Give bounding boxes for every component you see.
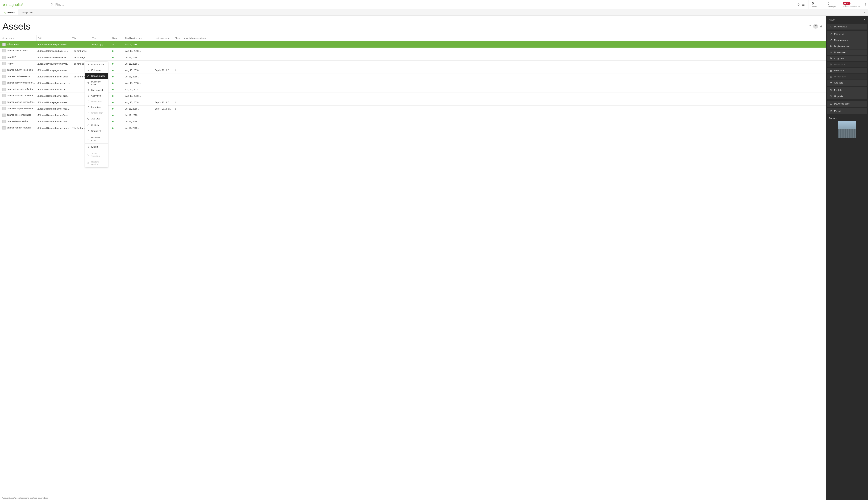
panel-lock item[interactable]: Lock item: [827, 68, 867, 73]
ctx-delete asset[interactable]: Delete asset: [85, 61, 108, 67]
ctx-add tags[interactable]: Add tags: [85, 116, 108, 122]
ctx-download asset[interactable]: Download asset: [85, 135, 108, 143]
svg-point-8: [804, 4, 804, 4]
ctx-edit asset[interactable]: Edit asset: [85, 67, 108, 73]
panel-add tags[interactable]: Add tags: [827, 80, 867, 86]
header-menu-icon[interactable]: [863, 0, 868, 9]
table-row[interactable]: banner-first-purchase-shop /Edouard/Bann…: [0, 105, 826, 112]
lock-icon: [830, 69, 832, 72]
cell-name: banner-first-purchase-shop: [7, 107, 34, 110]
tasks-indicator[interactable]: 0 Tasks: [809, 0, 824, 9]
move-icon: [830, 51, 832, 54]
cell-type: image - jpg: [91, 41, 111, 48]
tab-assets[interactable]: Assets: [0, 9, 19, 15]
ctx-unpublish[interactable]: Unpublish: [85, 128, 108, 134]
ctx-publish[interactable]: Publish: [85, 122, 108, 128]
ctx-rename node[interactable]: Rename node: [85, 73, 108, 79]
svg-point-15: [865, 3, 866, 4]
ctx-label: Unpublish: [91, 130, 101, 132]
page-title: Assets: [2, 21, 31, 32]
table-row[interactable]: banner-fashion-friends-forever /Edouard/…: [0, 99, 826, 105]
app-header: magnolia® 0 Tasks 0 Messages PROD e-Comm…: [0, 0, 868, 9]
table-row[interactable]: banner-discount-on-first-purchase /Edoua…: [0, 86, 826, 93]
table-row[interactable]: banner-autumn-keep-calm /Edouard/Homepag…: [0, 67, 826, 73]
panel-download asset[interactable]: Download asset: [827, 101, 867, 106]
table-row[interactable]: bag-0002 /Edouard/Products/women/accesso…: [0, 60, 826, 67]
col-header-title[interactable]: Title: [71, 35, 91, 41]
panel-action-label: Export: [834, 110, 841, 113]
ctx-move asset[interactable]: Move asset: [85, 87, 108, 93]
versions-icon: [87, 154, 90, 156]
panel-publish[interactable]: Publish: [827, 87, 867, 93]
col-header-last[interactable]: Last placement: [153, 35, 174, 41]
cell-mod: Jul 11, 20188:17 AM: [124, 105, 153, 112]
messages-indicator[interactable]: 0 Messages: [824, 0, 840, 9]
ctx-copy item[interactable]: Copy item: [85, 93, 108, 99]
ctx-export[interactable]: Export: [85, 144, 108, 150]
panel-expand-icon[interactable]: [864, 19, 865, 21]
cell-status: [111, 105, 124, 112]
search-input[interactable]: [55, 3, 795, 7]
ctx-restore version: Restore version: [85, 159, 108, 167]
table-row[interactable]: banner-free-consultation /Edouard/Banner…: [0, 112, 826, 118]
ctx-label: Download asset: [91, 136, 106, 141]
table-row[interactable]: banner-back-to-work /Edouard/Campaign/ba…: [0, 48, 826, 54]
view-toggles: [808, 24, 824, 29]
panel-rename node[interactable]: Rename node: [827, 37, 867, 43]
col-header-mod[interactable]: Modification date: [124, 35, 153, 41]
user-info[interactable]: PROD e-Commerce Author: [840, 0, 863, 9]
table-row[interactable]: banner-free-workshop /Edouard/Banner/ban…: [0, 118, 826, 125]
preview-thumbnail[interactable]: [838, 121, 856, 138]
close-app-icon[interactable]: [863, 11, 866, 14]
table-row[interactable]: asia-squared /Edouard-Asia/Blog/el-comes…: [0, 41, 826, 48]
voice-search-icon[interactable]: [797, 3, 800, 6]
ctx-lock item[interactable]: Lock item: [85, 104, 108, 110]
panel-move asset[interactable]: Move asset: [827, 49, 867, 55]
table-row[interactable]: banner-charisse-kenion /Edouard/Banner/b…: [0, 73, 826, 80]
ctx-show versions: Show versions: [85, 150, 108, 159]
svg-rect-5: [798, 4, 799, 5]
svg-point-17: [865, 5, 866, 6]
svg-point-10: [803, 4, 804, 5]
panel-delete asset[interactable]: Delete asset: [827, 24, 867, 30]
col-header-status[interactable]: Statu: [111, 35, 124, 41]
thumbnail-icon: [2, 88, 5, 91]
cell-place: [174, 118, 183, 125]
table-row[interactable]: banner-discount-on-first-purchase /Edoua…: [0, 93, 826, 99]
apps-grid-icon[interactable]: [802, 3, 805, 6]
cell-mod: Aug 22, 20189:09 AM: [124, 86, 153, 93]
cell-views: [183, 125, 826, 131]
col-header-name[interactable]: Asset name: [0, 35, 36, 41]
panel-unlock item: Unlock item: [827, 74, 867, 80]
panel-gap: [826, 107, 868, 108]
col-header-path[interactable]: Path: [36, 35, 71, 41]
export-icon: [830, 110, 832, 112]
panel-edit asset[interactable]: Edit asset: [827, 31, 867, 37]
cell-path: /Edouard/Banner/banner-delivery-custor: [36, 80, 71, 86]
cell-place: [174, 73, 183, 80]
panel-unpublish[interactable]: Unpublish: [827, 93, 867, 99]
col-header-place[interactable]: Place: [174, 35, 183, 41]
col-header-views[interactable]: assets.browser.views: [183, 35, 826, 41]
table-row[interactable]: banner-delivery-customer-with-ca /Edouar…: [0, 80, 826, 86]
table-row[interactable]: banner-hannah-morgan /Edouard/Banner/ban…: [0, 125, 826, 131]
cell-last: [153, 73, 174, 80]
panel-export[interactable]: Export: [827, 108, 867, 114]
list-view-button[interactable]: [813, 24, 818, 29]
grid-view-button[interactable]: [819, 24, 824, 29]
ctx-label: Edit asset: [91, 69, 101, 71]
col-header-type[interactable]: Type: [91, 35, 111, 41]
cell-path: /Edouard/Homepage/banner-fashion-frie: [36, 99, 71, 105]
tree-view-button[interactable]: [808, 24, 812, 29]
assets-table: Asset name Path Title Type Statu Modific…: [0, 35, 826, 131]
magnolia-logo[interactable]: magnolia®: [3, 2, 23, 7]
panel-copy item[interactable]: Copy item: [827, 56, 867, 61]
table-row[interactable]: bag-0001 /Edouard/Products/women/accesso…: [0, 54, 826, 60]
env-badge: PROD: [843, 2, 850, 5]
ctx-duplicate asset[interactable]: Duplicate asset: [85, 79, 108, 87]
svg-rect-49: [830, 45, 831, 47]
thumbnail-icon: [2, 107, 5, 110]
svg-point-42: [88, 130, 89, 132]
tab-image bank[interactable]: Image bank: [19, 9, 37, 15]
panel-duplicate asset[interactable]: Duplicate asset: [827, 43, 867, 49]
